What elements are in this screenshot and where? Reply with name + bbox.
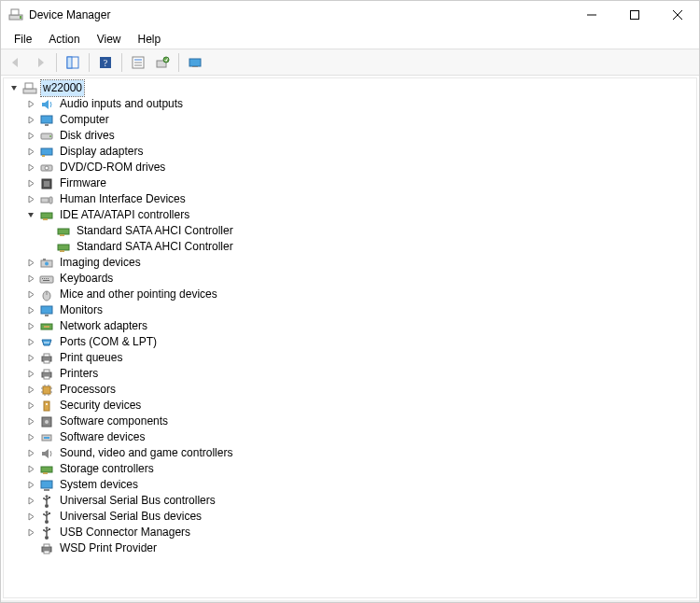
chevron-down-icon[interactable]	[7, 82, 21, 95]
titlebar: Device Manager	[1, 1, 699, 29]
menubar: File Action View Help	[1, 29, 699, 49]
show-hide-console-tree-button[interactable]	[62, 52, 84, 73]
tree-category-security[interactable]: Security devices	[4, 398, 696, 414]
chevron-right-icon[interactable]	[24, 400, 37, 413]
tree-category-network[interactable]: Network adapters	[4, 318, 696, 334]
chevron-right-icon[interactable]	[24, 146, 37, 159]
scan-hardware-button[interactable]	[151, 52, 174, 73]
svg-point-40	[45, 261, 49, 265]
tree-category-storage[interactable]: Storage controllers	[4, 461, 696, 477]
maximize-button[interactable]	[613, 1, 656, 29]
tree-category-sound[interactable]: Sound, video and game controllers	[4, 445, 696, 461]
tree-category-printers[interactable]: Printers	[4, 366, 696, 382]
svg-rect-19	[23, 89, 36, 93]
chevron-right-icon[interactable]	[24, 352, 37, 365]
chevron-right-icon[interactable]	[24, 431, 37, 444]
help-button[interactable]: ?	[94, 52, 117, 73]
tree-label: Keyboards	[58, 271, 115, 287]
tree-item-sata-controller[interactable]: Standard SATA AHCI Controller	[4, 239, 696, 255]
tree-category-keyboards[interactable]: Keyboards	[4, 271, 696, 287]
tree-category-usbdevices[interactable]: Universal Serial Bus devices	[4, 509, 696, 525]
tree-category-swcomponents[interactable]: Software components	[4, 414, 696, 429]
chevron-right-icon[interactable]	[24, 495, 37, 508]
chevron-right-icon[interactable]	[24, 98, 37, 111]
svg-rect-44	[44, 278, 45, 279]
tree-category-usbconnector[interactable]: USB Connector Managers	[4, 525, 696, 540]
system-icon	[39, 478, 54, 493]
menu-action[interactable]: Action	[41, 31, 87, 48]
device-tree[interactable]: w22000 Audio inputs and outputs Computer…	[3, 77, 697, 598]
usb-icon	[39, 526, 54, 540]
chevron-right-icon[interactable]	[24, 526, 37, 540]
chevron-right-icon[interactable]	[24, 193, 37, 206]
menu-help[interactable]: Help	[131, 31, 169, 48]
close-button[interactable]	[656, 1, 699, 29]
back-button[interactable]	[5, 52, 27, 73]
tree-category-firmware[interactable]: Firmware	[4, 175, 696, 191]
chevron-right-icon[interactable]	[24, 288, 37, 302]
svg-rect-31	[41, 198, 49, 203]
chevron-right-icon[interactable]	[24, 463, 37, 476]
printer-icon	[39, 367, 54, 382]
tree-category-processors[interactable]: Processors	[4, 382, 696, 398]
tree-category-ports[interactable]: Ports (COM & LPT)	[4, 334, 696, 350]
chevron-right-icon[interactable]	[24, 447, 37, 460]
chevron-right-icon[interactable]	[24, 511, 37, 524]
devices-by-type-button[interactable]	[184, 52, 206, 73]
tree-category-printqueues[interactable]: Print queues	[4, 350, 696, 366]
tree-category-computer[interactable]: Computer	[4, 112, 696, 128]
tree-category-hid[interactable]: Human Interface Devices	[4, 191, 696, 207]
printer-icon	[39, 541, 54, 556]
tree-category-mice[interactable]: Mice and other pointing devices	[4, 287, 696, 302]
svg-rect-41	[43, 259, 46, 260]
chevron-right-icon[interactable]	[24, 304, 37, 317]
tree-category-wsd[interactable]: WSD Print Provider	[4, 540, 696, 556]
network-icon	[39, 319, 54, 334]
chevron-down-icon[interactable]	[24, 209, 37, 222]
monitor-icon	[39, 113, 54, 128]
tree-category-monitors[interactable]: Monitors	[4, 302, 696, 318]
chevron-right-icon[interactable]	[24, 479, 37, 492]
properties-button[interactable]	[127, 52, 149, 73]
chevron-right-icon[interactable]	[24, 384, 37, 397]
tree-category-disk[interactable]: Disk drives	[4, 128, 696, 144]
svg-point-24	[49, 135, 51, 137]
tree-root[interactable]: w22000	[4, 80, 696, 96]
svg-rect-34	[43, 218, 48, 220]
minimize-button[interactable]	[570, 1, 613, 29]
tree-category-dvd[interactable]: DVD/CD-ROM drives	[4, 160, 696, 175]
tree-category-audio[interactable]: Audio inputs and outputs	[4, 96, 696, 112]
menu-file[interactable]: File	[7, 31, 39, 48]
tree-category-usbcontrollers[interactable]: Universal Serial Bus controllers	[4, 493, 696, 509]
svg-point-73	[46, 403, 48, 405]
chevron-right-icon[interactable]	[24, 130, 37, 143]
svg-point-28	[45, 166, 49, 170]
chevron-right-icon[interactable]	[24, 320, 37, 333]
chevron-right-icon[interactable]	[24, 161, 37, 175]
tree-category-imaging[interactable]: Imaging devices	[4, 255, 696, 271]
svg-point-86	[45, 520, 49, 524]
tree-label: Mice and other pointing devices	[58, 287, 219, 302]
menu-view[interactable]: View	[90, 31, 129, 48]
tree-category-ide[interactable]: IDE ATA/ATAPI controllers	[4, 207, 696, 223]
chevron-right-icon[interactable]	[24, 273, 37, 286]
forward-button[interactable]	[29, 52, 51, 73]
svg-rect-45	[46, 278, 47, 279]
tree-category-display[interactable]: Display adapters	[4, 144, 696, 160]
tree-category-swdevices[interactable]: Software devices	[4, 429, 696, 445]
chevron-right-icon[interactable]	[24, 257, 37, 270]
toolbar-separator	[178, 53, 179, 72]
chevron-right-icon[interactable]	[24, 368, 37, 381]
chevron-right-icon[interactable]	[24, 336, 37, 349]
tree-label: Print queues	[58, 350, 124, 366]
chevron-right-icon[interactable]	[24, 114, 37, 127]
chevron-right-icon[interactable]	[24, 177, 37, 190]
toolbar-separator	[121, 53, 122, 72]
tree-item-sata-controller[interactable]: Standard SATA AHCI Controller	[4, 223, 696, 239]
tree-label: USB Connector Managers	[58, 525, 192, 540]
tree-category-system[interactable]: System devices	[4, 477, 696, 493]
chevron-right-icon[interactable]	[24, 415, 37, 428]
tree-label: Storage controllers	[58, 461, 156, 477]
computer-root-icon	[22, 81, 37, 96]
svg-point-54	[44, 342, 46, 344]
